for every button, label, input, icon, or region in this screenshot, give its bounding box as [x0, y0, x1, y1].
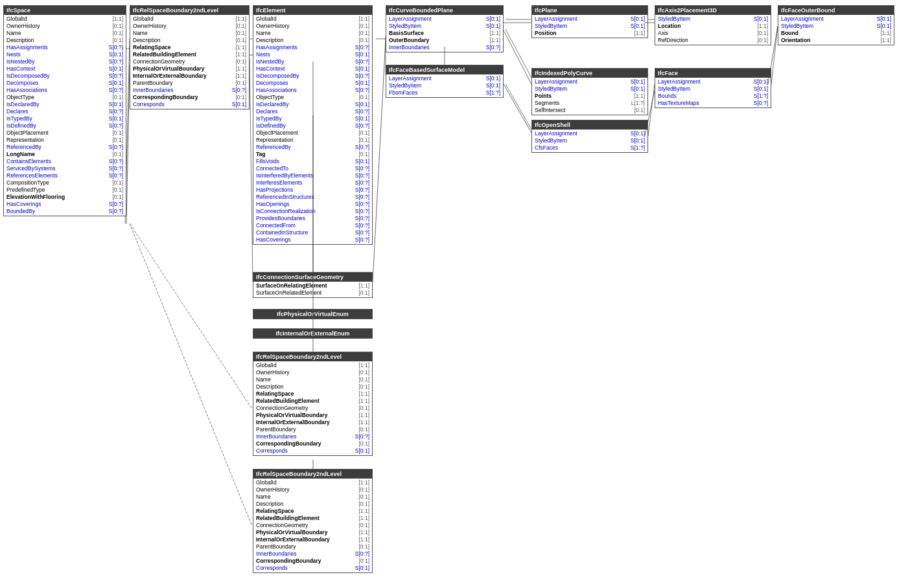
ifc-curveboundedplane-body: LayerAssignmentS[0:1] StyledByItemS[0:1]… — [386, 15, 503, 52]
row-physicalvirtual: PhysicalOrVirtualBoundary[1:1] — [130, 65, 249, 73]
el-row-isdeclaredby: IsDeclaredByS[0:1] — [253, 101, 372, 108]
ifc-rel-space-boundary-top-header: IfcRelSpaceBoundary2ndLevel — [130, 6, 249, 15]
row-connectiongeometry: ConnectionGeometry[0:1] — [130, 58, 249, 65]
ifc-facebasedsurfacemodel-header: IfcFaceBasedSurfaceModel — [386, 65, 503, 74]
ifc-curveboundedplane-header: IfcCurveBoundedPlane — [386, 6, 503, 15]
ifc-connectionsurfacegeometry-body: SurfaceOnRelatingElement[1:1] SurfaceOnR… — [253, 282, 372, 297]
row-name: Name[0:1] — [130, 30, 249, 37]
mid-row-relatingspace: RelatingSpace[1:1] — [253, 390, 372, 398]
ifc-space-row-ownerhistory: OwnerHistory[0:1] — [4, 23, 126, 30]
ifc-curveboundedplane-box: IfcCurveBoundedPlane LayerAssignmentS[0:… — [386, 5, 504, 52]
ifc-space-row-referenceselements: ReferencesElementsS[0:?] — [4, 172, 126, 179]
a2p-row-axis: Axis[0:1] — [655, 30, 771, 37]
svg-line-20 — [504, 30, 531, 84]
bot-row-name: Name[0:1] — [253, 493, 372, 501]
el-row-decomposes: DecomposesS[0:1] — [253, 80, 372, 87]
cbp-row-layerassignment: LayerAssignmentS[0:1] — [386, 16, 503, 23]
el-row-declares: DeclaresS[0:?] — [253, 108, 372, 115]
ifc-space-row-description: Description[0:1] — [4, 37, 126, 44]
ifc-connectionsurfacegeometry-header: IfcConnectionSurfaceGeometry — [253, 273, 372, 282]
row-relatingspace: RelatingSpace[1:1] — [130, 44, 249, 51]
csg-row-surfaceonrelated: SurfaceOnRelatedElement[0:1] — [253, 289, 372, 297]
el-row-containedinstructure: ContainedInStructureS[0:?] — [253, 229, 372, 236]
bot-row-connectiongeometry: ConnectionGeometry[0:1] — [253, 522, 372, 529]
el-row-connectedfrom: ConnectedFromS[0:?] — [253, 222, 372, 229]
face-row-styledbyitem: StyledByItemS[0:1] — [655, 85, 771, 93]
ipc-row-styledbyitem: StyledByItemS[0:1] — [532, 85, 647, 93]
ifc-face-header: IfcFace — [655, 69, 771, 78]
mid-row-description: Description[0:1] — [253, 383, 372, 390]
el-row-ownerhistory: OwnerHistory[0:1] — [253, 23, 372, 30]
svg-line-11 — [130, 223, 251, 408]
ipc-row-layerassignment: LayerAssignmentS[0:1] — [532, 78, 647, 85]
bot-row-globalid: GlobalId[1:1] — [253, 479, 372, 486]
el-row-providesboundaries: ProvidesBoundariesS[0:?] — [253, 215, 372, 222]
ifc-space-row-hasassociations: HasAssociationsS[0:?] — [4, 87, 126, 94]
ifc-space-row-hascoverings: HasCoveringsS[0:?] — [4, 201, 126, 208]
mid-row-internalexternal: InternalOrExternalBoundary[1:1] — [253, 419, 372, 426]
mid-row-corresponds: CorrespondsS[0:1] — [253, 447, 372, 455]
svg-line-9 — [648, 84, 655, 136]
ifc-element-box: IfcElement GlobalId[1:1] OwnerHistory[0:… — [253, 5, 373, 245]
ifc-element-header: IfcElement — [253, 6, 372, 15]
ifc-space-row-hascontext: HasContextS[0:1] — [4, 65, 126, 73]
ipc-row-selfintersect: SelfIntersect[0:1] — [532, 107, 647, 114]
ifc-internalexternal-enum-box: IfcInternalOrExternalEnum — [253, 328, 373, 339]
el-row-description: Description[0:1] — [253, 37, 372, 44]
el-row-referencedby: ReferencedByS[0:?] — [253, 144, 372, 151]
ifc-space-row-nests: NestsS[0:1] — [4, 51, 126, 58]
ifc-space-row-longname: LongName[0:1] — [4, 151, 126, 158]
ifc-openshell-header: IfcOpenShell — [532, 120, 647, 130]
ifc-space-row-isdecomposedby: IsDecomposedByS[0:?] — [4, 73, 126, 80]
ifc-physicalvirtual-enum-header: IfcPhysicalOrVirtualEnum — [253, 310, 372, 319]
fob-row-bound: Bound[1:1] — [778, 30, 894, 37]
ifc-space-row-servicedbysystems: ServicedBySystemsS[0:?] — [4, 165, 126, 172]
ifc-space-row-isdeclaredby: IsDeclaredByS[0:1] — [4, 101, 126, 108]
el-row-istypedby: IsTypedByS[0:1] — [253, 115, 372, 122]
bot-row-relatedbuildingelement: RelatedBuildingElement[1:1] — [253, 515, 372, 522]
ifc-rel-space-boundary-bot-body: GlobalId[1:1] OwnerHistory[0:1] Name[0:1… — [253, 479, 372, 572]
ifc-internalexternal-enum-header: IfcInternalOrExternalEnum — [253, 329, 372, 338]
el-row-isinterferedby: IsInterferedByElementsS[0:?] — [253, 172, 372, 179]
ifc-rel-space-boundary-mid-box: IfcRelSpaceBoundary2ndLevel GlobalId[1:1… — [253, 352, 373, 456]
row-parentboundary: ParentBoundary[0:1] — [130, 80, 249, 87]
cbp-row-outerboundary: OuterBoundary[1:1] — [386, 37, 503, 44]
ifc-space-row-isdefinedby: IsDefinedByS[0:?] — [4, 122, 126, 130]
ifc-space-row-containselements: ContainsElementsS[0:?] — [4, 158, 126, 165]
ifc-space-row-objecttype: ObjectType[0:1] — [4, 94, 126, 101]
ifc-space-row-declares: DeclaresS[0:?] — [4, 108, 126, 115]
ifc-space-row-compositiontype: CompositionType[0:1] — [4, 179, 126, 187]
mid-row-physicalvirtual: PhysicalOrVirtualBoundary[1:1] — [253, 412, 372, 419]
a2p-row-refdirection: RefDirection[0:1] — [655, 37, 771, 44]
pl-row-position: Position[1:1] — [532, 30, 647, 37]
os-row-cfsfaces: CfsFacesS[1:?] — [532, 144, 647, 152]
ifc-facebasedsurfacemodel-body: LayerAssignmentS[0:1] StyledByItemS[0:1]… — [386, 74, 503, 97]
ifc-physicalvirtual-enum-box: IfcPhysicalOrVirtualEnum — [253, 309, 373, 319]
pl-row-styledbyitem: StyledByItemS[0:1] — [532, 23, 647, 30]
ipc-row-segments: SegmentsL[1:?] — [532, 100, 647, 107]
bot-row-physicalvirtual: PhysicalOrVirtualBoundary[1:1] — [253, 529, 372, 536]
ifc-face-body: LayerAssignmentS[0:1] StyledByItemS[0:1]… — [655, 78, 771, 107]
bot-row-parentboundary: ParentBoundary[0:1] — [253, 543, 372, 550]
ifc-indexedpolycurve-body: LayerAssignmentS[0:1] StyledByItemS[0:1]… — [532, 78, 647, 115]
ifc-space-header: IfcSpace — [4, 6, 126, 15]
mid-row-name: Name[0:1] — [253, 376, 372, 383]
mid-row-relatedbuildingelement: RelatedBuildingElement[1:1] — [253, 398, 372, 405]
face-row-layerassignment: LayerAssignmentS[0:1] — [655, 78, 771, 85]
ifc-plane-body: LayerAssignmentS[0:1] StyledByItemS[0:1]… — [532, 15, 647, 38]
el-row-isnestedby: IsNestedByS[0:?] — [253, 58, 372, 65]
el-row-connectedto: ConnectedToS[0:?] — [253, 165, 372, 172]
svg-line-8 — [506, 84, 531, 130]
svg-line-10 — [771, 26, 778, 84]
ifc-rel-space-boundary-mid-body: GlobalId[1:1] OwnerHistory[0:1] Name[0:1… — [253, 361, 372, 455]
ifc-axis2placement3d-body: StyledByItemS[0:1] Location[1:1] Axis[0:… — [655, 15, 771, 45]
ifc-rel-space-boundary-bot-box: IfcRelSpaceBoundary2ndLevel GlobalId[1:1… — [253, 469, 373, 573]
ifc-facebasedsurfacemodel-box: IfcFaceBasedSurfaceModel LayerAssignment… — [386, 65, 504, 98]
bot-row-relatingspace: RelatingSpace[1:1] — [253, 508, 372, 515]
fob-row-styledbyitem: StyledByItemS[0:1] — [778, 23, 894, 30]
el-row-tag: Tag[0:1] — [253, 151, 372, 158]
cbp-row-styledbyitem: StyledByItemS[0:1] — [386, 23, 503, 30]
el-row-hasopenings: HasOpeningsS[0:?] — [253, 201, 372, 208]
el-row-hasassociations: HasAssociationsS[0:?] — [253, 87, 372, 94]
ifc-rel-space-boundary-top-box: IfcRelSpaceBoundary2ndLevel GlobalId[1:1… — [130, 5, 250, 109]
